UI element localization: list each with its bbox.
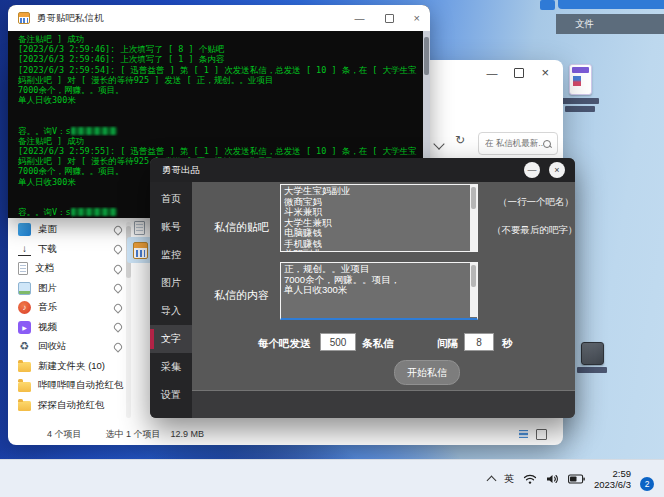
search-input[interactable]: 在 私信机最新...	[478, 132, 558, 155]
sidebar-item[interactable]: 哔哩哔哩自动抢红包	[18, 376, 124, 396]
sidebar-item[interactable]: 回收站	[18, 337, 124, 357]
sidebar-item-icon	[18, 282, 31, 295]
maximize-icon[interactable]	[385, 14, 394, 23]
sidebar-item[interactable]: 探探自动抢红包	[18, 396, 124, 416]
textarea-scrollbar[interactable]	[470, 185, 477, 251]
terminal-log-line	[18, 116, 423, 126]
sidebar-item-label: 音乐	[38, 301, 57, 314]
close-icon[interactable]: ×	[541, 67, 549, 79]
sidebar-item-icon	[18, 321, 31, 334]
terminal-log-line: 单人日收300米	[18, 95, 423, 105]
item-count: 4 个项目	[47, 428, 82, 441]
sidebar-item-icon	[18, 223, 31, 236]
pin-icon	[112, 302, 123, 313]
bot-app-window: 勇哥出品 — × 首页 账号 监控 图片 导入 文字 采集 设置 私信的贴	[150, 158, 575, 418]
sidebar-item-label: 桌面	[38, 223, 57, 236]
terminal-log-line: [2023/6/3 2:59:54]: [ 迅普益普 ] 第 [ 1 ] 次发送…	[18, 65, 423, 75]
sidebar-item[interactable]: 音乐	[18, 298, 124, 318]
battery-icon[interactable]	[568, 474, 585, 484]
content-field-label: 私信的内容	[214, 288, 269, 303]
hint-one-per-line: （一行一个吧名）	[498, 196, 574, 209]
explorer-status-bar: 4 个项目 选中 1 个项目 12.9 MB	[8, 423, 563, 445]
app-nav-item[interactable]: 文字	[150, 325, 192, 353]
sidebar-item-icon	[18, 262, 28, 275]
app-nav-item[interactable]: 账号	[150, 213, 192, 241]
minimize-button[interactable]: —	[524, 162, 540, 178]
taskbar: 英 2:59 2023/6/3 2	[0, 459, 664, 497]
desktop-icon-secondary[interactable]	[572, 342, 612, 373]
hint-no-ba-suffix: （不要最后的吧字）	[492, 224, 578, 237]
sidebar-item[interactable]: 图片	[18, 279, 124, 299]
terminal-log-line: 备注贴吧 ] 成功	[18, 136, 423, 146]
taskbar-clock[interactable]: 2:59 2023/6/3	[594, 468, 631, 490]
interval-input[interactable]	[464, 333, 494, 351]
sidebar-item-label: 回收站	[38, 340, 67, 353]
app-nav-item[interactable]: 首页	[150, 185, 192, 213]
file-menu-label[interactable]: 文件	[575, 18, 594, 31]
list-view-icon[interactable]	[517, 428, 530, 440]
terminal-title: 勇哥贴吧私信机	[37, 12, 104, 25]
terminal-log-line: 7000余个，网赚。。项目。	[18, 85, 423, 95]
sidebar-item-icon	[18, 242, 31, 256]
pin-icon	[112, 224, 123, 235]
minimize-icon[interactable]: —	[355, 13, 365, 24]
sidebar-item[interactable]: 文档	[18, 259, 124, 279]
file-item-icon[interactable]	[134, 221, 145, 235]
clock-date: 2023/6/3	[594, 479, 631, 490]
clock-time: 2:59	[613, 468, 632, 479]
sidebar-item-label: 图片	[38, 282, 57, 295]
chevron-down-icon[interactable]	[433, 138, 444, 149]
start-messaging-button[interactable]: 开始私信	[394, 360, 460, 385]
pin-icon	[112, 244, 123, 255]
ime-indicator[interactable]: 英	[504, 472, 514, 486]
thumbnail-view-icon[interactable]	[536, 429, 547, 440]
app-nav: 首页 账号 监控 图片 导入 文字 采集 设置	[150, 182, 192, 418]
sidebar-item-label: 文档	[35, 262, 54, 275]
sidebar-item-icon	[18, 401, 31, 411]
terminal-log-line: [2023/6/3 2:59:55]: [ 迅普益普 ] 第 [ 1 ] 次发送…	[18, 146, 423, 156]
selected-count: 选中 1 个项目	[106, 428, 161, 441]
tieba-textarea-wrap: 大学生宝妈副业 微商宝妈 斗米兼职 大学生兼职 电脑赚钱 手机赚钱 兼职副业	[280, 184, 478, 252]
messages-per-bar-input[interactable]	[320, 333, 356, 351]
pin-icon	[112, 341, 123, 352]
sidebar-item-icon	[18, 301, 31, 314]
sidebar-item[interactable]: 桌面	[18, 220, 124, 240]
speaker-icon[interactable]	[546, 473, 559, 485]
close-icon[interactable]: ×	[414, 12, 420, 24]
background-file-menubar[interactable]: 文件	[556, 14, 664, 34]
notification-badge[interactable]: 2	[640, 477, 654, 491]
wifi-icon[interactable]	[523, 473, 537, 485]
textarea-scrollbar[interactable]	[470, 263, 477, 317]
sidebar-item-label: 探探自动抢红包	[38, 399, 105, 412]
app-nav-item[interactable]: 导入	[150, 297, 192, 325]
close-button[interactable]: ×	[549, 162, 565, 178]
system-tray: 英 2:59 2023/6/3 2	[488, 460, 654, 497]
explorer-sidebar: 桌面 下载 文档 图片	[18, 220, 124, 415]
terminal-log-line: 容。。询V：s	[18, 126, 423, 136]
sidebar-item[interactable]: 新建文件夹 (10)	[18, 357, 124, 377]
maximize-icon[interactable]	[514, 68, 524, 78]
refresh-icon[interactable]: ↻	[455, 133, 465, 147]
app-nav-item[interactable]: 设置	[150, 381, 192, 409]
sidebar-item[interactable]: 下载	[18, 240, 124, 260]
app-nav-item[interactable]: 图片	[150, 269, 192, 297]
per-bar-label: 每个吧发送	[258, 337, 311, 351]
content-textarea[interactable]: 正，规创。。业项目 7000余个，网赚。。项目， 单人日收300米	[280, 262, 478, 320]
icon-caption-line	[577, 367, 607, 373]
pin-icon	[112, 263, 123, 274]
icon-caption-line	[565, 106, 595, 112]
tieba-textarea[interactable]: 大学生宝妈副业 微商宝妈 斗米兼职 大学生兼职 电脑赚钱 手机赚钱 兼职副业	[280, 184, 478, 252]
tieba-field-label: 私信的贴吧	[214, 220, 269, 235]
tray-expand-icon[interactable]	[487, 475, 497, 485]
app-nav-item[interactable]: 采集	[150, 353, 192, 381]
app-shortcut-icon	[569, 64, 592, 95]
desktop-icon-app[interactable]	[556, 64, 604, 112]
minimize-icon[interactable]: —	[486, 67, 497, 79]
app-nav-item[interactable]: 监控	[150, 241, 192, 269]
pin-icon	[112, 283, 123, 294]
app-titlebar: 勇哥出品	[150, 158, 575, 182]
background-window-strip	[558, 0, 664, 9]
sidebar-item-icon	[18, 340, 31, 353]
app-title: 勇哥出品	[162, 164, 200, 177]
sidebar-item[interactable]: 视频	[18, 318, 124, 338]
